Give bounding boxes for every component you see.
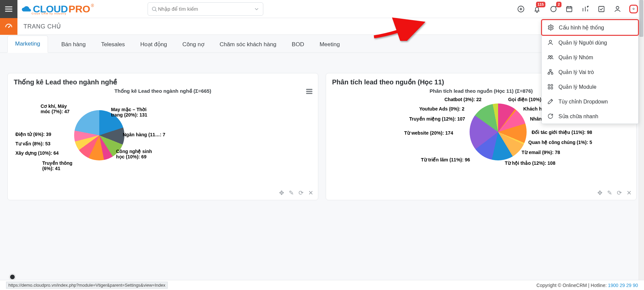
svg-rect-3 [599,6,604,12]
topbar-actions: 115 2 [517,5,638,13]
gear-icon [632,5,635,13]
tree-icon [547,69,554,75]
tab-công-nợ[interactable]: Công nợ [180,36,206,53]
settings-dropdown: Cấu hình hệ thốngQuản lý Người dùngQuản … [541,19,639,124]
svg-point-6 [8,26,9,28]
registered-mark: ® [91,3,94,8]
dashboard-icon[interactable] [0,18,17,35]
group-icon [547,54,554,61]
widget-title: Thống kê Lead theo ngành nghề [14,78,312,86]
settings-item-modules[interactable]: Quản lý Module [542,79,638,94]
svg-rect-14 [548,84,550,86]
global-search[interactable] [148,2,263,16]
pie-chart-industry: May mặc – Thời trang (20%): 131 Ngân hàn… [14,97,312,184]
tab-bod[interactable]: BOD [290,37,306,53]
tab-meeting[interactable]: Meeting [318,37,342,53]
edit-icon[interactable]: ✎ [607,189,612,197]
gear-icon [547,24,554,31]
refresh-icon[interactable]: ⟳ [617,189,622,197]
copyright-text: Copyright © OnlineCRM [536,283,587,288]
svg-rect-12 [548,73,550,74]
profile-button[interactable] [613,5,622,13]
edit-icon [547,98,554,105]
tab-telesales[interactable]: Telesales [99,37,127,53]
scrollbar[interactable] [639,0,644,290]
close-icon[interactable]: ✕ [627,189,632,197]
chat-badge: 2 [556,2,561,7]
svg-point-10 [551,56,552,57]
refresh-icon[interactable]: ⟳ [299,189,304,197]
widget-subtitle: Thống kê Lead theo ngành nghề (Σ=665) [14,88,312,94]
svg-rect-13 [551,73,553,74]
scrollbar-thumb[interactable] [639,0,643,37]
settings-item-edit[interactable]: Tùy chỉnh Dropdown [542,94,638,109]
chevron-down-icon[interactable] [254,6,260,12]
svg-point-9 [548,56,550,57]
footer: https://demo.cloudpro.vn/index.php?modul… [0,280,644,290]
hamburger-menu[interactable] [0,0,17,18]
svg-point-0 [152,7,156,11]
svg-point-4 [616,6,619,9]
calendar-icon [565,5,573,13]
svg-point-8 [549,40,552,43]
modules-icon [547,83,554,90]
refresh-icon [547,113,554,120]
logo-subtitle: Cloud CRM by Industry [32,12,66,15]
hotline-label: Hotline: [591,283,606,288]
cloud-icon [21,5,30,13]
calendar-button[interactable] [565,5,574,13]
widget-lead-by-industry: Thống kê Lead theo ngành nghề Thống kê L… [7,73,318,200]
svg-rect-11 [550,70,551,71]
user-icon [613,5,622,13]
notifications-button[interactable]: 115 [533,5,541,13]
tasks-button[interactable] [597,5,606,13]
move-icon[interactable]: ✥ [597,189,602,197]
reports-button[interactable] [581,5,590,13]
settings-item-refresh[interactable]: Sửa chữa nhanh [542,109,638,124]
edit-icon[interactable]: ✎ [289,189,294,197]
hotline-number[interactable]: 1900 29 29 90 [608,283,638,288]
topbar: Cloud CRM by Industry CLOUD PRO ® 115 2 [0,0,644,18]
hamburger-icon [4,5,13,13]
user-icon [547,39,554,46]
svg-rect-15 [551,84,553,86]
status-url: https://demo.cloudpro.vn/index.php?modul… [6,282,168,289]
close-icon[interactable]: ✕ [308,189,313,197]
widget-menu-icon[interactable] [306,89,313,95]
svg-rect-16 [548,87,550,89]
settings-item-tree[interactable]: Quản lý Vai trò [542,65,638,79]
brand-logo[interactable]: Cloud CRM by Industry CLOUD PRO ® [21,3,94,15]
settings-button[interactable] [629,5,638,13]
check-square-icon [597,5,605,13]
logo-text-pro: PRO [68,3,90,15]
messages-button[interactable]: 2 [549,5,557,13]
tab-chăm-sóc-khách-hàng[interactable]: Chăm sóc khách hàng [218,37,278,53]
search-icon [151,6,157,12]
svg-rect-2 [567,7,572,12]
tab-hoạt-động[interactable]: Hoạt động [138,36,169,53]
chart-icon [581,5,589,13]
widget-actions: ✥ ✎ ⟳ ✕ [597,189,632,197]
svg-rect-17 [551,87,553,89]
move-icon[interactable]: ✥ [279,189,284,197]
add-button[interactable] [517,5,525,13]
settings-item-group[interactable]: Quản lý Nhóm [542,50,638,65]
settings-item-user[interactable]: Quản lý Người dùng [542,35,638,50]
svg-point-5 [633,9,634,9]
widget-actions: ✥ ✎ ⟳ ✕ [279,189,313,197]
page-title: TRANG CHỦ [23,23,61,30]
tab-marketing[interactable]: Marketing [7,35,48,53]
chat-bubble-avatar[interactable] [9,274,15,280]
settings-item-gear[interactable]: Cấu hình hệ thống [541,19,639,36]
bell-badge: 115 [536,2,545,7]
tab-bán-hàng[interactable]: Bán hàng [59,37,88,53]
svg-point-7 [550,27,552,28]
search-input[interactable] [157,6,254,12]
